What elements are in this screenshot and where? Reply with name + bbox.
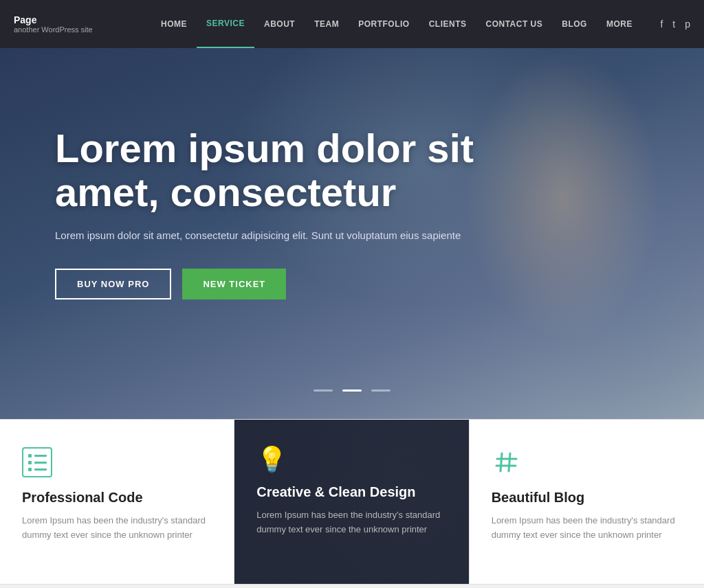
twitter-icon[interactable]: t — [672, 19, 675, 30]
hero-title: Lorem ipsum dolor sit amet, consectetur — [55, 126, 578, 214]
nav-team[interactable]: TEAM — [305, 0, 349, 48]
hero-content: Lorem ipsum dolor sit amet, consectetur … — [55, 126, 578, 300]
new-ticket-button[interactable]: NEW TICKET — [182, 269, 286, 299]
nav-contact[interactable]: CONTACT US — [476, 0, 552, 48]
svg-line-1 — [509, 453, 510, 471]
feature-title-2: Creative & Clean Design — [256, 484, 446, 500]
slider-dot-3[interactable] — [371, 389, 390, 392]
beautiful-blog-icon — [492, 447, 682, 477]
buy-now-button[interactable]: BUY NOW PRO — [55, 269, 171, 299]
site-subtitle: another WordPress site — [14, 25, 124, 34]
navbar: Page another WordPress site HOME SERVICE… — [0, 0, 704, 48]
feature-text-3: Lorem Ipsum has been the industry's stan… — [492, 514, 682, 543]
hero-subtitle: Lorem ipsum dolor sit amet, consectetur … — [55, 227, 509, 244]
feature-card-2: 💡 Creative & Clean Design Lorem Ipsum ha… — [234, 420, 469, 584]
slider-dot-2[interactable] — [342, 389, 362, 392]
feature-text-1: Lorem Ipsum has been the industry's stan… — [22, 514, 212, 543]
social-links: f t p — [660, 19, 690, 30]
nav-menu: HOME SERVICE ABOUT TEAM PORTFOLIO CLIENT… — [151, 0, 653, 48]
nav-clients[interactable]: CLIENTS — [419, 0, 476, 48]
nav-portfolio[interactable]: PORTFOLIO — [349, 0, 419, 48]
feature-title-3: Beautiful Blog — [492, 490, 682, 506]
feature-text-2: Lorem Ipsum has been the industry's stan… — [256, 508, 446, 537]
nav-blog[interactable]: BLOG — [552, 0, 597, 48]
nav-more[interactable]: More — [597, 0, 642, 48]
bulb-icon: 💡 — [256, 445, 287, 473]
site-title: Page — [14, 14, 124, 25]
slider-dots — [314, 389, 390, 392]
facebook-icon[interactable]: f — [660, 19, 663, 30]
professional-code-icon — [22, 447, 212, 477]
pinterest-icon[interactable]: p — [685, 19, 690, 30]
brand: Page another WordPress site — [14, 14, 124, 34]
creative-design-icon: 💡 — [256, 447, 446, 472]
slider-dot-1[interactable] — [314, 389, 333, 392]
nav-about[interactable]: ABOUT — [254, 0, 305, 48]
feature-title-1: Professional Code — [22, 490, 212, 506]
features-section: Professional Code Lorem Ipsum has been t… — [0, 419, 704, 584]
feature-card-3: Beautiful Blog Lorem Ipsum has been the … — [470, 420, 704, 584]
svg-line-0 — [500, 453, 502, 471]
hero-buttons: BUY NOW PRO NEW TICKET — [55, 269, 578, 299]
nav-home[interactable]: HOME — [151, 0, 197, 48]
nav-service[interactable]: SERVICE — [197, 0, 254, 48]
status-bar: unknown printer — [0, 584, 704, 588]
feature-card-1: Professional Code Lorem Ipsum has been t… — [0, 420, 234, 584]
hero-section: Lorem ipsum dolor sit amet, consectetur … — [0, 48, 704, 419]
